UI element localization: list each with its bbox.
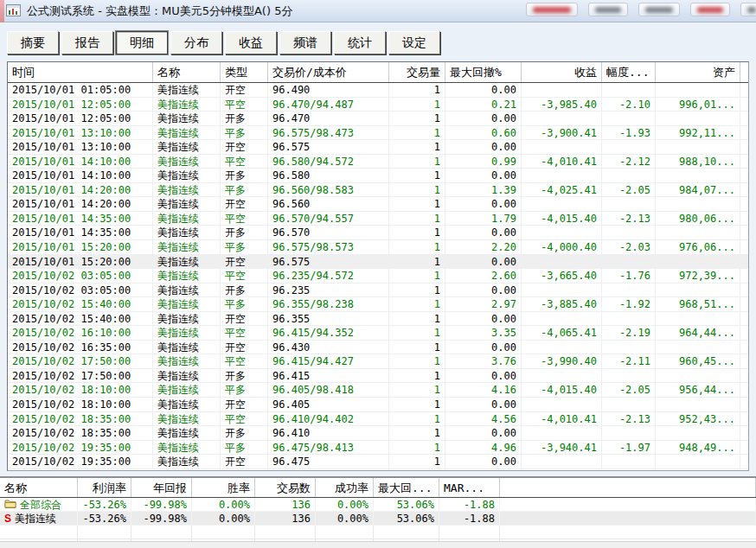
cell-spacer: [740, 441, 749, 456]
cell-max-drawdown: 0.00: [445, 341, 522, 355]
titlebar-button-4[interactable]: [690, 3, 730, 16]
table-row[interactable]: 2015/10/02 03:05:00美指连续开多96.23510.00: [8, 284, 748, 298]
table-row[interactable]: 2015/10/02 17:50:00美指连续平空96.415/94.42713…: [8, 354, 748, 369]
cell-volume: 1: [389, 240, 445, 255]
blurred-label: [697, 7, 723, 13]
column-header-spacer[interactable]: [740, 62, 749, 82]
table-row[interactable]: 2015/10/01 14:10:00美指连续开多96.58010.00: [8, 169, 748, 183]
summary-row[interactable]: S美指连续-53.26%-99.98%0.00%1360.00%53.06%-1…: [0, 512, 756, 526]
column-header-volume[interactable]: 交易量: [389, 62, 445, 82]
cell-spacer: [740, 398, 749, 412]
cell-price: 96.235: [268, 284, 389, 298]
summary-column-header-mar[interactable]: MAR...: [439, 478, 500, 497]
tab-明细[interactable]: 明细: [116, 31, 168, 54]
table-row[interactable]: 2015/10/02 19:35:00美指连续平多96.475/98.41314…: [8, 441, 748, 456]
table-row[interactable]: 2015/10/01 14:35:00美指连续开多96.57010.00: [8, 226, 748, 240]
column-header-type[interactable]: 类型: [221, 62, 268, 82]
cell-type: 开空: [221, 341, 268, 355]
cell-range: -2.12: [602, 155, 656, 169]
cell-volume: 1: [389, 312, 445, 327]
table-row[interactable]: 2015/10/01 14:10:00美指连续平空96.580/94.57210…: [8, 155, 748, 169]
column-header-price[interactable]: 交易价/成本价: [268, 62, 389, 82]
summary-column-header-success-rate[interactable]: 成功率: [316, 478, 374, 497]
table-row[interactable]: 2015/10/01 14:20:00美指连续平多96.560/98.58311…: [8, 183, 748, 198]
titlebar-button-2[interactable]: [588, 3, 628, 16]
cell-type: 开多: [221, 112, 268, 126]
titlebar-button-1[interactable]: [526, 3, 578, 16]
table-row[interactable]: 2015/10/01 12:05:00美指连续开多96.47010.00: [8, 112, 748, 126]
cell-time: 2015/10/02 18:35:00: [8, 412, 153, 427]
cell-spacer: [740, 426, 749, 441]
summary-column-header-max-drawdown[interactable]: 最大回...: [374, 478, 439, 497]
column-header-max-drawdown[interactable]: 最大回撤%: [445, 62, 522, 82]
tab-设定[interactable]: 设定: [388, 31, 440, 54]
cell-time: 2015/10/01 14:20:00: [8, 197, 153, 212]
table-row[interactable]: 2015/10/02 18:35:00美指连续开多96.41010.00: [8, 426, 748, 441]
table-row[interactable]: 2015/10/01 13:10:00美指连续开空96.57510.00: [8, 140, 748, 155]
table-row[interactable]: 2015/10/01 15:20:00美指连续平多96.575/98.57312…: [8, 240, 748, 255]
table-row[interactable]: 2015/10/01 14:35:00美指连续平空96.570/94.55711…: [8, 212, 748, 226]
table-row[interactable]: 2015/10/02 18:35:00美指连续平空96.410/94.40214…: [8, 412, 748, 427]
cell-profit: -4,010.41: [522, 155, 602, 169]
cell-range: [602, 140, 656, 155]
cell-asset: [656, 341, 740, 355]
cell-range: [602, 255, 656, 270]
tab-摘要[interactable]: 摘要: [7, 31, 59, 54]
table-row[interactable]: 2015/10/02 17:50:00美指连续开多96.41510.00: [8, 369, 748, 384]
cell-profit: -4,025.41: [522, 183, 602, 198]
cell-volume: 1: [389, 441, 445, 456]
table-row[interactable]: 2015/10/02 15:40:00美指连续平多96.355/98.23812…: [8, 297, 748, 312]
summary-cell-annual-return: -99.98%: [131, 498, 192, 512]
tab-bar: 摘要报告明细分布收益频谱统计设定: [0, 23, 756, 61]
column-header-time[interactable]: 时间: [8, 62, 153, 82]
empty-cell: [192, 526, 255, 539]
table-row[interactable]: 2015/10/02 18:10:00美指连续开空96.40510.00: [8, 398, 748, 412]
titlebar-button-5[interactable]: [740, 3, 756, 16]
tab-收益[interactable]: 收益: [225, 31, 277, 54]
cell-spacer: [740, 169, 749, 183]
summary-column-header-trade-count[interactable]: 交易数: [255, 478, 316, 497]
tab-频谱[interactable]: 频谱: [279, 31, 331, 54]
cell-time: 2015/10/02 16:10:00: [8, 326, 153, 341]
cell-name: 美指连续: [153, 197, 221, 212]
summary-column-header-spacer[interactable]: [500, 478, 756, 497]
cell-time: 2015/10/01 13:10:00: [8, 126, 153, 141]
cell-max-drawdown: 0.00: [445, 455, 522, 469]
table-row[interactable]: 2015/10/02 19:35:00美指连续开空96.47510.00: [8, 455, 748, 469]
cell-name: 美指连续: [153, 255, 221, 270]
tab-分布[interactable]: 分布: [170, 31, 222, 54]
table-row[interactable]: 2015/10/02 16:35:00美指连续开空96.43010.00: [8, 341, 748, 355]
cell-type: 平多: [221, 240, 268, 255]
tab-统计[interactable]: 统计: [334, 31, 386, 54]
column-header-asset[interactable]: 资产: [656, 62, 740, 82]
tab-报告[interactable]: 报告: [61, 31, 113, 54]
table-row[interactable]: 2015/10/02 18:10:00美指连续平多96.405/98.41814…: [8, 383, 748, 398]
summary-column-header-win-rate[interactable]: 胜率: [192, 478, 255, 497]
summary-column-header-annual-return[interactable]: 年回报: [131, 478, 192, 497]
cell-asset: 988,10...: [656, 155, 740, 169]
column-header-name[interactable]: 名称: [153, 62, 221, 82]
table-row[interactable]: 2015/10/01 12:05:00美指连续平空96.470/94.48710…: [8, 98, 748, 112]
summary-row[interactable]: 全部综合-53.26%-99.98%0.00%1360.00%53.06%-1.…: [0, 498, 756, 512]
summary-column-header-profit-rate[interactable]: 利润率: [78, 478, 131, 497]
column-header-range[interactable]: 幅度...: [602, 62, 656, 82]
table-row[interactable]: 2015/10/01 13:10:00美指连续平多96.575/98.47310…: [8, 126, 748, 141]
cell-time: 2015/10/01 12:05:00: [8, 112, 153, 126]
table-row[interactable]: 2015/10/02 16:10:00美指连续平空96.415/94.35213…: [8, 326, 748, 341]
summary-column-header-name[interactable]: 名称: [0, 478, 78, 497]
table-row[interactable]: 2015/10/01 14:20:00美指连续开空96.56010.00: [8, 197, 748, 212]
cell-range: [602, 455, 656, 469]
table-row[interactable]: 2015/10/01 15:20:00美指连续开空96.57510.00: [8, 255, 748, 270]
cell-profit: [522, 341, 602, 355]
cell-max-drawdown: 2.60: [445, 269, 522, 284]
column-header-profit[interactable]: 收益: [522, 62, 602, 82]
titlebar-button-3[interactable]: [638, 3, 680, 16]
table-row[interactable]: 2015/10/02 15:40:00美指连续开空96.35510.00: [8, 312, 748, 327]
cell-max-drawdown: 0.00: [445, 140, 522, 155]
cell-type: 开空: [221, 197, 268, 212]
cell-price: 96.415/94.427: [268, 354, 389, 369]
table-row[interactable]: 2015/10/02 03:05:00美指连续平空96.235/94.57212…: [8, 269, 748, 284]
table-row[interactable]: 2015/10/01 01:05:00美指连续开空96.49010.00: [8, 83, 748, 98]
cell-asset: [656, 169, 740, 183]
cell-time: 2015/10/01 14:10:00: [8, 169, 153, 183]
